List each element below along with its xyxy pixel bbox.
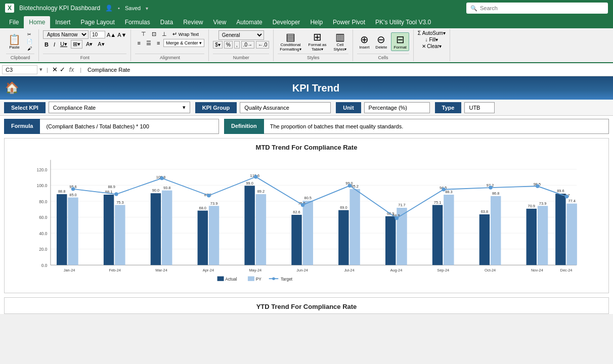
underline-button[interactable]: U▾ bbox=[59, 40, 69, 48]
kpi-dropdown-arrow[interactable]: ▾ bbox=[183, 104, 186, 111]
conditional-formatting-button[interactable]: ▤ Conditional Formatting▾ bbox=[278, 30, 303, 53]
ribbon-toolbar: 📋 Paste ✂ 📄 🖌 Clipboard Aptos Narrow A▲ … bbox=[0, 28, 613, 63]
border-button[interactable]: ⊞▾ bbox=[71, 40, 82, 49]
clear-button[interactable]: ✕ Clear▾ bbox=[422, 43, 442, 49]
tab-view[interactable]: View bbox=[208, 16, 232, 28]
align-center-button[interactable]: ☰ bbox=[144, 39, 153, 47]
unit-value: Percentage (%) bbox=[364, 102, 430, 113]
alignment-group: ⊤ ⊡ ⊥ ↵ Wrap Text ≡ ☰ ≡ Merge & Center ▾… bbox=[131, 29, 209, 61]
align-top-button[interactable]: ⊤ bbox=[139, 30, 148, 38]
format-painter-button[interactable]: 🖌 bbox=[24, 46, 34, 52]
tab-automate[interactable]: Automate bbox=[231, 16, 267, 28]
merge-center-button[interactable]: Merge & Center ▾ bbox=[163, 39, 204, 47]
search-input[interactable] bbox=[480, 5, 604, 11]
sep-group: 75.1 88.3 94.5 Sep-24 bbox=[432, 186, 454, 272]
tab-help[interactable]: Help bbox=[305, 16, 328, 28]
copy-button[interactable]: 📄 bbox=[24, 38, 34, 44]
font-size-increase[interactable]: A▲ bbox=[107, 32, 116, 38]
home-icon[interactable]: 🏠 bbox=[5, 81, 19, 95]
confirm-icon[interactable]: ✓ bbox=[60, 66, 65, 73]
svg-text:Dec-24: Dec-24 bbox=[560, 268, 573, 272]
align-right-button[interactable]: ≡ bbox=[155, 39, 162, 47]
expand-icon[interactable]: ▾ bbox=[39, 66, 42, 73]
saved-dropdown[interactable]: ▾ bbox=[146, 6, 148, 11]
align-middle-button[interactable]: ⊡ bbox=[150, 30, 158, 38]
format-button[interactable]: ⊟ Format bbox=[391, 32, 409, 51]
mar-py-bar bbox=[162, 191, 172, 265]
format-as-table-label: Format as bbox=[309, 42, 327, 47]
comma-button[interactable]: , bbox=[234, 41, 240, 49]
tab-power-pivot[interactable]: Power Pivot bbox=[328, 16, 370, 28]
jul-py-bar bbox=[349, 189, 360, 265]
wrap-text-button[interactable]: ↵ Wrap Text bbox=[170, 30, 201, 38]
align-top-row: ⊤ ⊡ ⊥ ↵ Wrap Text bbox=[139, 30, 201, 38]
paste-icon: 📋 bbox=[8, 34, 21, 45]
tab-home[interactable]: Home bbox=[24, 16, 50, 28]
tab-insert[interactable]: Insert bbox=[50, 16, 75, 28]
font-size-input[interactable] bbox=[90, 31, 105, 38]
percent-button[interactable]: % bbox=[224, 41, 233, 49]
paste-button[interactable]: 📋 Paste bbox=[6, 33, 23, 51]
cancel-icon[interactable]: ✕ bbox=[52, 66, 58, 73]
cell-styles-button[interactable]: ▥ Cell Styles▾ bbox=[332, 30, 349, 53]
svg-text:99.0: 99.0 bbox=[246, 181, 253, 186]
font-size-decrease[interactable]: A▼ bbox=[117, 32, 126, 38]
svg-text:100.0: 100.0 bbox=[37, 183, 48, 188]
currency-button[interactable]: $▾ bbox=[213, 41, 223, 49]
legend-actual-label: Actual bbox=[225, 277, 237, 282]
svg-text:Nov-24: Nov-24 bbox=[531, 268, 543, 272]
tab-page-layout[interactable]: Page Layout bbox=[75, 16, 119, 28]
jul-group: 69.0 95.2 99.0 Jul-24 bbox=[338, 181, 360, 273]
dec-group: 89.6 77.4 85.7 Dec-24 bbox=[555, 189, 577, 272]
filter-row: Select KPI Compliance Rate ▾ KPI Group Q… bbox=[0, 100, 613, 116]
alignment-group-top: ⊤ ⊡ ⊥ ↵ Wrap Text ≡ ☰ ≡ Merge & Center ▾ bbox=[135, 30, 204, 53]
dec-py-bar bbox=[566, 204, 577, 265]
search-box[interactable]: 🔍 bbox=[466, 3, 608, 14]
tab-file[interactable]: File bbox=[4, 16, 24, 28]
svg-text:120.0: 120.0 bbox=[37, 167, 48, 172]
align-bottom-button[interactable]: ⊥ bbox=[160, 30, 169, 38]
italic-button[interactable]: I bbox=[52, 41, 57, 48]
formula-input[interactable] bbox=[85, 66, 611, 74]
kpi-selector[interactable]: Compliance Rate ▾ bbox=[49, 102, 190, 113]
insert-icon: ⊕ bbox=[360, 34, 369, 45]
fill-color-button[interactable]: A▾ bbox=[84, 40, 94, 48]
font-group: Aptos Narrow A▲ A▼ B I U▾ ⊞▾ A▾ A▾ Font bbox=[39, 29, 131, 61]
cell-reference-input[interactable] bbox=[2, 65, 37, 74]
clipboard-label: Clipboard bbox=[6, 54, 34, 60]
delete-label: Delete bbox=[375, 45, 387, 50]
type-text: UTB bbox=[469, 105, 480, 111]
decrease-decimal-button[interactable]: ←.0 bbox=[256, 41, 269, 49]
bold-button[interactable]: B bbox=[43, 41, 50, 48]
tab-developer[interactable]: Developer bbox=[268, 16, 305, 28]
delete-button[interactable]: ⊖ Delete bbox=[373, 33, 389, 51]
svg-text:Jan-24: Jan-24 bbox=[64, 268, 75, 272]
font-name-select[interactable]: Aptos Narrow bbox=[43, 30, 89, 39]
format-as-table-button[interactable]: ⊞ Format as Table▾ bbox=[306, 30, 329, 53]
insert-button[interactable]: ⊕ Insert bbox=[357, 33, 371, 51]
svg-text:Oct-24: Oct-24 bbox=[485, 268, 496, 272]
kpi-group-text: Quality Assurance bbox=[244, 105, 289, 111]
svg-text:93.8: 93.8 bbox=[163, 186, 170, 190]
cut-button[interactable]: ✂ bbox=[24, 31, 34, 37]
legend-target-dot bbox=[272, 277, 275, 280]
tab-pk-utility[interactable]: PK's Utility Tool V3.0 bbox=[370, 16, 436, 28]
target-dot-may bbox=[254, 175, 257, 178]
oct-group: 63.8 86.8 97.2 Oct-24 bbox=[479, 183, 501, 272]
tab-review[interactable]: Review bbox=[178, 16, 208, 28]
fill-button[interactable]: ↓ Fill▾ bbox=[425, 37, 439, 42]
font-color-button[interactable]: A▾ bbox=[96, 40, 106, 48]
tab-data[interactable]: Data bbox=[155, 16, 178, 28]
number-format-select[interactable]: General bbox=[218, 30, 264, 40]
apr-group: 68.0 73.9 87.2 Apr-24 bbox=[198, 193, 220, 273]
app-title: Biotechnology KPI Dashboard bbox=[19, 5, 100, 12]
autosum-button[interactable]: Σ AutoSum▾ bbox=[418, 30, 446, 36]
cell-styles-label: Cell bbox=[337, 42, 344, 47]
increase-decimal-button[interactable]: .0→ bbox=[241, 41, 254, 49]
tab-formulas[interactable]: Formulas bbox=[120, 16, 155, 28]
align-left-button[interactable]: ≡ bbox=[135, 39, 142, 47]
conditional-formatting-label: Conditional bbox=[280, 42, 300, 47]
number-label: Number bbox=[213, 54, 269, 60]
formula-def-row: Formula (Compliant Batches / Total Batch… bbox=[4, 119, 609, 134]
target-dot-jun bbox=[301, 203, 304, 207]
